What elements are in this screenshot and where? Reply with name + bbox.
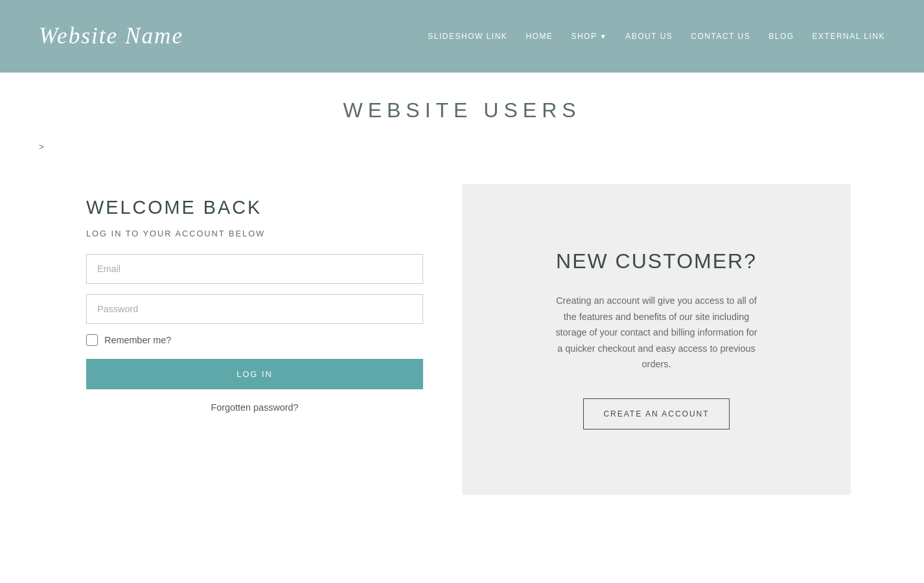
main-nav: SLIDESHOW LINK HOME SHOP ▼ ABOUT US CONT…	[428, 32, 885, 41]
welcome-heading: WELCOME BACK	[86, 197, 423, 218]
new-customer-description: Creating an account will give you access…	[553, 293, 760, 372]
nav-external-link[interactable]: EXTERNAL LINK	[813, 32, 885, 41]
remember-me-checkbox[interactable]	[86, 334, 98, 346]
site-header: Website Name SLIDESHOW LINK HOME SHOP ▼ …	[0, 0, 924, 73]
email-input[interactable]	[86, 254, 423, 284]
content-area: WELCOME BACK LOG IN TO YOUR ACCOUNT BELO…	[73, 184, 851, 495]
nav-home[interactable]: HOME	[526, 32, 553, 41]
login-section: WELCOME BACK LOG IN TO YOUR ACCOUNT BELO…	[73, 184, 462, 426]
forgotten-password-link[interactable]: Forgotten password?	[86, 402, 423, 413]
new-customer-section: NEW CUSTOMER? Creating an account will g…	[462, 184, 851, 495]
page-title: WEBSITE USERS	[39, 98, 885, 122]
breadcrumb: >	[39, 142, 885, 152]
remember-me-label: Remember me?	[104, 335, 171, 345]
site-logo[interactable]: Website Name	[39, 23, 183, 49]
remember-me-group: Remember me?	[86, 334, 423, 346]
login-subtitle: LOG IN TO YOUR ACCOUNT BELOW	[86, 229, 423, 238]
login-button[interactable]: LOG IN	[86, 359, 423, 389]
password-input[interactable]	[86, 294, 423, 324]
nav-blog[interactable]: BLOG	[768, 32, 794, 41]
create-account-button[interactable]: CREATE AN ACCOUNT	[583, 398, 729, 429]
password-form-group	[86, 294, 423, 324]
nav-slideshow-link[interactable]: SLIDESHOW LINK	[428, 32, 507, 41]
nav-contact-us[interactable]: CONTACT US	[691, 32, 750, 41]
email-form-group	[86, 254, 423, 284]
chevron-down-icon: ▼	[599, 33, 607, 40]
new-customer-heading: NEW CUSTOMER?	[556, 249, 757, 273]
nav-about-us[interactable]: ABOUT US	[625, 32, 673, 41]
nav-shop[interactable]: SHOP ▼	[571, 32, 607, 41]
main-content: WEBSITE USERS > WELCOME BACK LOG IN TO Y…	[0, 73, 924, 547]
